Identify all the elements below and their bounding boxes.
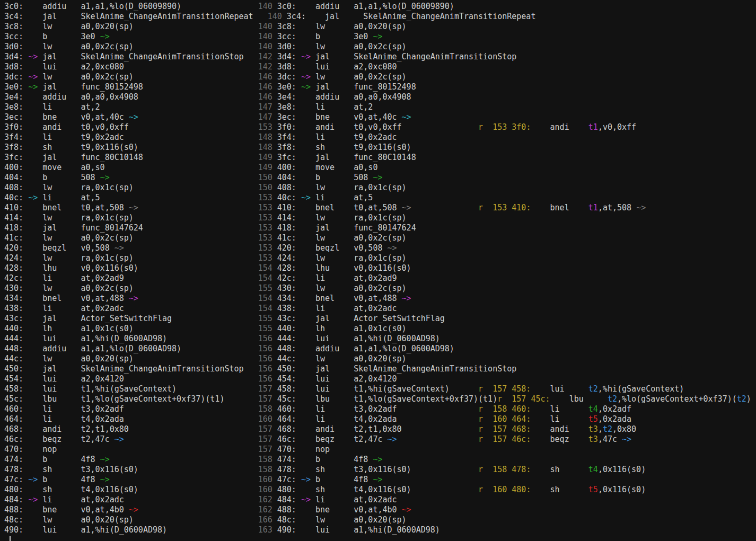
asm-text: 450: jal SkelAnime_ChangeAnimTransitionS… — [272, 364, 517, 374]
asm-text: 46c: beqz t2,47c — [4, 434, 115, 444]
asm-text: 430: lw a0,0x2c(sp) — [272, 283, 407, 293]
asm-text: li at,0x2adc — [38, 495, 124, 504]
prompt-text: . — [4, 535, 9, 541]
branch-arrow-icon: ~> — [373, 455, 382, 464]
asm-row: 430: lw a0,0x2c(sp) 155 430: lw a0,0x2c(… — [4, 283, 756, 294]
asm-text: 410: bnel t0,at,508 — [4, 203, 129, 212]
asm-text: 488: bne v0,at,4b0 — [4, 505, 129, 515]
terminal[interactable]: 3c0: addiu a1,a1,%lo(D_06009890) 140 3c0… — [0, 0, 756, 541]
column-gap — [138, 92, 258, 102]
asm-text: b 4f8 — [311, 475, 373, 484]
asm-row: 458: lui t1,%hi(gSaveContext) 157 458: l… — [4, 384, 756, 394]
asm-text: 3dc: — [4, 72, 28, 82]
asm-text: 450: jal SkelAnime_ChangeAnimTransitionS… — [4, 364, 244, 374]
asm-text: 3c8: lw a0,0x20(sp) — [272, 22, 407, 31]
branch-arrow-icon: ~> — [100, 173, 110, 182]
line-number: 160 — [258, 414, 272, 424]
asm-text: 40c: — [272, 193, 301, 202]
asm-text: 448: addiu a1,a1,%lo(D_0600AD98) — [4, 344, 181, 353]
line-number: 153 — [258, 203, 272, 212]
line-number: 166 — [258, 515, 272, 525]
column-gap — [411, 203, 478, 212]
column-gap — [138, 112, 258, 122]
asm-text: 3f0: andi t0,v0,0xff — [272, 122, 402, 132]
column-gap — [124, 304, 258, 313]
line-number: 146 — [258, 72, 272, 82]
column-gap — [411, 465, 478, 474]
branch-arrow-icon: ~> — [402, 203, 411, 212]
asm-text: 420: beqzl v0,508 — [4, 243, 115, 253]
asm-row: 3c8: lw a0,0x20(sp) 140 3c8: lw a0,0x20(… — [4, 22, 756, 32]
column-gap — [402, 424, 479, 434]
asm-text: sh — [531, 465, 588, 474]
asm-text: 480: sh t4,0x116(s0) — [4, 485, 138, 494]
branch-arrow-icon: ~> — [301, 72, 311, 82]
column-gap — [134, 233, 258, 243]
asm-text: 3f4: li t9,0x2adc — [272, 132, 397, 142]
line-number: 157 — [258, 434, 272, 444]
line-number: 154 — [258, 273, 272, 283]
branch-arrow-icon: ~> — [28, 193, 38, 202]
register-operand: t3 — [588, 424, 598, 434]
column-gap — [134, 515, 258, 525]
asm-row: 410: bnel t0,at,508 ~> 153 410: bnel t0,… — [4, 203, 756, 213]
asm-row: 488: bne v0,at,4b0 ~> 162 488: bne v0,at… — [4, 505, 756, 515]
asm-text: 428: lhu v0,0x116(s0) — [272, 263, 411, 273]
branch-arrow-icon: ~> — [388, 243, 397, 253]
asm-row: 42c: li at,0x2ad9 154 42c: li at,0x2ad9 — [4, 273, 756, 283]
column-gap — [134, 354, 258, 363]
line-number: 153 — [258, 253, 272, 263]
asm-text: ,0x2ada — [598, 414, 631, 424]
column-gap — [138, 294, 258, 303]
column-gap — [253, 12, 268, 21]
asm-row: 3cc: b 3e0 ~> 140 3cc: b 3e0 ~> — [4, 32, 756, 42]
branch-arrow-icon: ~> — [301, 52, 311, 61]
line-number: 148 — [258, 143, 272, 152]
line-number: 150 — [258, 183, 272, 192]
asm-row: 450: jal SkelAnime_ChangeAnimTransitionS… — [4, 364, 756, 374]
asm-text: 3c0: addiu a1,a1,%lo(D_06009890) — [4, 2, 181, 11]
asm-text: 470: nop — [4, 445, 57, 454]
asm-text: 484: — [4, 495, 28, 504]
asm-text: 470: nop — [272, 445, 330, 454]
asm-row: 3d8: lui a2,0xc080 142 3d8: lui a2,0xc08… — [4, 62, 756, 72]
asm-text: 460: li t3,0x2adf — [272, 404, 397, 414]
asm-row: 41c: lw a0,0x2c(sp) 153 41c: lw a0,0x2c(… — [4, 233, 756, 243]
asm-text: 480: sh t4,0x116(s0) — [272, 485, 411, 494]
column-gap — [129, 122, 258, 132]
asm-text: 41c: lw a0,0x2c(sp) — [272, 233, 407, 243]
column-gap — [124, 404, 258, 414]
asm-text: 464: li t4,0x2ada — [272, 414, 397, 424]
asm-text: 44c: lw a0,0x20(sp) — [272, 354, 407, 363]
column-gap — [110, 173, 258, 182]
line-number: 156 — [258, 374, 272, 384]
asm-row: 464: li t4,0x2ada 160 464: li t4,0x2ada … — [4, 414, 756, 424]
asm-row: 3e0: ~> jal func_80152498 146 3e0: ~> ja… — [4, 82, 756, 92]
asm-text: 438: li at,0x2adc — [272, 304, 397, 313]
asm-text: 3fc: jal func_80C10148 — [272, 153, 416, 162]
branch-arrow-icon: ~> — [388, 434, 397, 444]
line-number: 162 — [258, 505, 272, 515]
column-gap — [134, 22, 258, 31]
line-number: 156 — [258, 344, 272, 353]
asm-row: 400: move a0,s0 149 400: move a0,s0 — [4, 163, 756, 173]
reg-diff-marker: r 160 464: — [478, 414, 531, 424]
asm-row: 3e8: li at,2 147 3e8: li at,2 — [4, 102, 756, 112]
asm-text: ,0x2adf — [598, 404, 631, 414]
column-gap — [244, 52, 258, 61]
asm-text: ,%lo(gSaveContext+0xf37)( — [617, 394, 737, 404]
column-gap — [134, 324, 258, 333]
asm-text: 468: andi t2,t1,0x80 — [4, 424, 129, 434]
asm-row: 3f0: andi t0,v0,0xff 153 3f0: andi t0,v0… — [4, 122, 756, 132]
register-operand: t5 — [588, 485, 598, 494]
asm-row: 440: lh a1,0x1c(s0) 155 440: lh a1,0x1c(… — [4, 324, 756, 334]
terminal-cursor — [10, 536, 11, 541]
asm-diff-output: 3c0: addiu a1,a1,%lo(D_06009890) 140 3c0… — [4, 2, 756, 535]
asm-row: 474: b 4f8 ~> 158 474: b 4f8 ~> — [4, 455, 756, 465]
line-number: 163 — [258, 525, 272, 535]
line-number: 147 — [258, 102, 272, 112]
line-number: 157 — [258, 445, 272, 454]
column-gap — [134, 253, 258, 263]
line-number: 154 — [258, 294, 272, 303]
asm-text: li — [531, 404, 588, 414]
